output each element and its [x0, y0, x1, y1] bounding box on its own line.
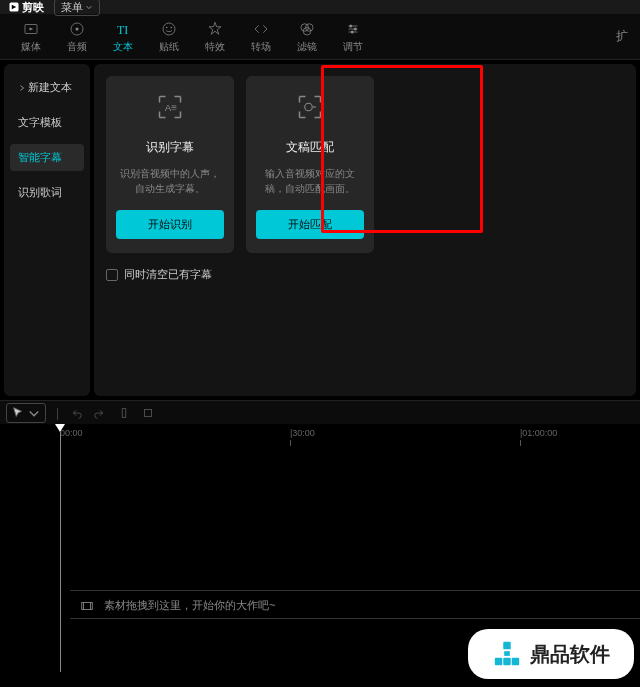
main-area: 新建文本 文字模板 智能字幕 识别歌词 A≡ 识别字幕 识别音视频中的人声，自动… [0, 60, 640, 400]
filter-icon [298, 20, 316, 38]
watermark-logo-icon [492, 639, 522, 669]
svg-point-11 [349, 24, 352, 27]
svg-point-7 [171, 26, 173, 28]
timeline-ruler[interactable]: 00:00 |30:00 |01:00:00 [50, 428, 640, 448]
ruler-tick: |01:00:00 [520, 428, 557, 438]
sidebar-item-template[interactable]: 文字模板 [10, 109, 84, 136]
cursor-tool[interactable] [6, 403, 46, 423]
tool-text[interactable]: TI 文本 [104, 16, 142, 58]
script-match-icon [295, 92, 325, 125]
adjust-icon [344, 20, 362, 38]
tool-effect[interactable]: 特效 [196, 16, 234, 58]
media-icon [22, 20, 40, 38]
ruler-tick: |30:00 [290, 428, 315, 438]
svg-rect-19 [503, 642, 511, 650]
svg-text:TI: TI [117, 22, 128, 36]
start-recognize-button[interactable]: 开始识别 [116, 210, 224, 239]
clear-caption-checkbox-row[interactable]: 同时清空已有字幕 [106, 267, 624, 282]
card-recognize-caption: A≡ 识别字幕 识别音视频中的人声，自动生成字幕。 开始识别 [106, 76, 234, 253]
svg-point-6 [166, 26, 168, 28]
app-name: 剪映 [22, 0, 44, 15]
tool-filter[interactable]: 滤镜 [288, 16, 326, 58]
undo-icon[interactable] [69, 406, 83, 420]
svg-text:A≡: A≡ [165, 102, 178, 113]
app-logo-icon [8, 1, 20, 13]
titlebar: 剪映 菜单 [0, 0, 640, 14]
sidebar-item-new-text[interactable]: 新建文本 [10, 74, 84, 101]
svg-point-3 [76, 27, 79, 30]
checkbox[interactable] [106, 269, 118, 281]
delete-icon[interactable] [141, 406, 155, 420]
track-placeholder: 素材拖拽到这里，开始你的大作吧~ [80, 598, 275, 613]
svg-rect-22 [512, 658, 520, 666]
svg-point-12 [354, 27, 357, 30]
timeline[interactable]: 00:00 |30:00 |01:00:00 素材拖拽到这里，开始你的大作吧~ [0, 424, 640, 648]
svg-point-13 [351, 30, 354, 33]
svg-rect-20 [495, 658, 503, 666]
playhead[interactable] [60, 432, 61, 672]
svg-rect-23 [504, 651, 510, 656]
separator: | [56, 406, 59, 420]
start-match-button[interactable]: 开始匹配 [256, 210, 364, 239]
cursor-icon [11, 406, 25, 420]
tool-media[interactable]: 媒体 [12, 16, 50, 58]
sidebar-item-lyrics[interactable]: 识别歌词 [10, 179, 84, 206]
toolbar-right-label: 扩 [616, 28, 628, 45]
card-row: A≡ 识别字幕 识别音视频中的人声，自动生成字幕。 开始识别 文稿匹配 输入音视… [106, 76, 624, 253]
menu-dropdown[interactable]: 菜单 [54, 0, 100, 16]
transition-icon [252, 20, 270, 38]
svg-point-5 [163, 23, 175, 35]
tool-sticker[interactable]: 贴纸 [150, 16, 188, 58]
split-icon[interactable] [117, 406, 131, 420]
content-panel: A≡ 识别字幕 识别音视频中的人声，自动生成字幕。 开始识别 文稿匹配 输入音视… [94, 64, 636, 396]
chevron-down-icon [85, 3, 93, 11]
card-desc: 输入音视频对应的文稿，自动匹配画面。 [256, 166, 364, 196]
svg-rect-21 [503, 658, 511, 666]
audio-icon [68, 20, 86, 38]
card-script-match: 文稿匹配 输入音视频对应的文稿，自动匹配画面。 开始匹配 [246, 76, 374, 253]
sidebar: 新建文本 文字模板 智能字幕 识别歌词 [4, 64, 90, 396]
tool-transition[interactable]: 转场 [242, 16, 280, 58]
timeline-toolbar: | [0, 400, 640, 424]
watermark-text: 鼎品软件 [530, 641, 610, 668]
card-title: 识别字幕 [146, 139, 194, 156]
sticker-icon [160, 20, 178, 38]
sidebar-item-smart-caption[interactable]: 智能字幕 [10, 144, 84, 171]
track-divider [70, 590, 640, 591]
caption-icon: A≡ [155, 92, 185, 125]
card-title: 文稿匹配 [286, 139, 334, 156]
redo-icon[interactable] [93, 406, 107, 420]
effect-icon [206, 20, 224, 38]
tool-adjust[interactable]: 调节 [334, 16, 372, 58]
chevron-right-icon [18, 84, 26, 92]
card-desc: 识别音视频中的人声，自动生成字幕。 [116, 166, 224, 196]
tool-audio[interactable]: 音频 [58, 16, 96, 58]
checkbox-label: 同时清空已有字幕 [124, 267, 212, 282]
toolbar: 媒体 音频 TI 文本 贴纸 特效 转场 滤镜 调节 扩 [0, 14, 640, 60]
track-divider [70, 618, 640, 619]
media-strip-icon [80, 599, 94, 613]
track-area[interactable]: 素材拖拽到这里，开始你的大作吧~ [50, 448, 640, 648]
text-icon: TI [114, 20, 132, 38]
chevron-down-icon [27, 406, 41, 420]
app-logo: 剪映 [8, 0, 44, 15]
svg-rect-16 [122, 408, 126, 417]
watermark: 鼎品软件 [468, 629, 634, 679]
svg-point-15 [305, 103, 313, 111]
svg-rect-17 [145, 409, 152, 416]
